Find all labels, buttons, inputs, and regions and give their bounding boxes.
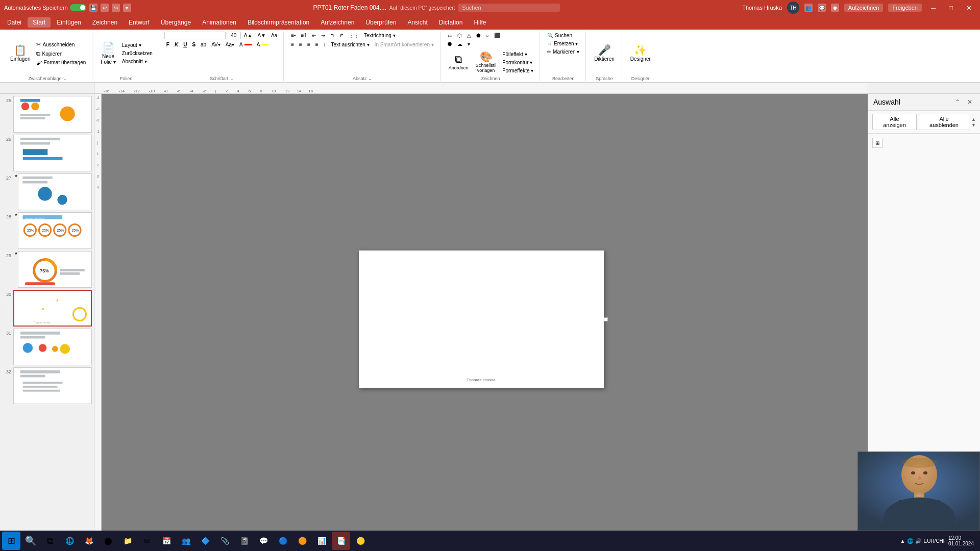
bullet-list-btn[interactable]: ≡• (289, 32, 298, 39)
undo-icon[interactable]: ↩ (101, 4, 109, 12)
panel-collapse-icon[interactable]: ⌃ (952, 97, 963, 107)
ausschneiden-btn[interactable]: ✂ Ausschneiden (34, 40, 88, 49)
menu-hilfe[interactable]: Hilfe (469, 17, 491, 28)
markieren-btn[interactable]: ✏ Markieren ▾ (545, 48, 581, 56)
slide-thumbnail-active[interactable]: Thomas Hruska (13, 290, 92, 327)
share-icon[interactable]: 👥 (804, 4, 813, 12)
anordnen-btn[interactable]: ⧉ Anordnen (446, 52, 472, 72)
shape-2[interactable]: ⬡ (455, 32, 464, 39)
task-view-btn[interactable]: ⧉ (41, 532, 59, 550)
app6-btn[interactable]: 🟡 (351, 532, 370, 550)
aufzeichnen-btn[interactable]: Aufzeichnen (844, 4, 884, 12)
fuelleffekt-btn[interactable]: Fülleffekt ▾ (500, 51, 535, 58)
line-spacing-btn[interactable]: ↕ (322, 41, 328, 48)
shape-1[interactable]: ▭ (446, 32, 454, 39)
more-shapes-btn[interactable]: ▾ (465, 40, 472, 48)
ltr-btn[interactable]: ↱ (337, 32, 346, 39)
firefox-btn[interactable]: 🦊 (80, 532, 98, 550)
app2-btn[interactable]: 📎 (215, 532, 234, 550)
smartart-btn[interactable]: In SmartArt konvertieren ▾ (373, 41, 436, 48)
menu-ueberpruefen[interactable]: Überprüfen (360, 17, 401, 28)
more-icon[interactable]: ▾ (123, 4, 131, 12)
search-input[interactable] (458, 4, 560, 12)
slide-thumbnail[interactable] (13, 367, 92, 404)
freigeben-btn[interactable]: Freigeben (888, 4, 922, 12)
rtl-btn[interactable]: ↰ (328, 32, 336, 39)
show-all-button[interactable]: Alle anzeigen (872, 114, 917, 130)
panel-close-icon[interactable]: ✕ (965, 97, 975, 107)
list-item[interactable]: 32 (2, 367, 92, 404)
underline-btn[interactable]: U (181, 41, 189, 48)
close-button[interactable]: ✕ (962, 3, 976, 13)
menu-uebergaenge[interactable]: Übergänge (156, 17, 196, 28)
calendar-btn[interactable]: 📅 (157, 532, 176, 550)
align-text-btn[interactable]: Text ausrichten ▾ (329, 41, 372, 48)
shape-8[interactable]: ☁ (455, 40, 464, 48)
slide-panel[interactable]: 25 26 (0, 94, 94, 545)
shape-7[interactable]: ⭓ (446, 40, 454, 48)
onenote-btn[interactable]: 📓 (235, 532, 253, 550)
layout-btn[interactable]: Layout ▾ (120, 41, 155, 49)
slide-thumbnail[interactable]: Keine Anzeige 25% 25% 25% 25% (18, 212, 92, 249)
list-item[interactable]: 28 ★ Keine Anzeige 25% 25% 25% 25% (2, 212, 92, 249)
slide-thumbnail[interactable] (13, 96, 92, 133)
zuruecksetzen-btn[interactable]: Zurücksetzen (120, 49, 155, 57)
mail-btn[interactable]: ✉ (138, 532, 156, 550)
restore-button[interactable]: □ (945, 3, 957, 13)
record-icon[interactable]: ⏺ (831, 4, 839, 12)
formkontur-btn[interactable]: Formkontur ▾ (500, 59, 535, 66)
menu-ansicht[interactable]: Ansicht (402, 17, 432, 28)
menu-einfuegen[interactable]: Einfügen (52, 17, 86, 28)
slide-canvas[interactable]: Thomas Hruska (359, 251, 604, 388)
schnellstile-btn[interactable]: 🎨 Schnellstilvorlagen (473, 49, 500, 75)
arrow-up-icon[interactable]: ▲ (971, 117, 976, 122)
increase-font-btn[interactable]: A▲ (242, 32, 255, 39)
app4-btn[interactable]: 🔵 (274, 532, 292, 550)
app1-btn[interactable]: 🔷 (196, 532, 214, 550)
columns-btn[interactable]: ⋮⋮ (347, 32, 361, 39)
shape-4[interactable]: ⬟ (474, 32, 483, 39)
list-item[interactable]: 30 Thomas Hruska (2, 290, 92, 327)
comment-icon[interactable]: 💬 (818, 4, 826, 12)
menu-datei[interactable]: Datei (2, 17, 27, 28)
shape-3[interactable]: △ (465, 32, 473, 39)
align-right-btn[interactable]: ≡ (305, 41, 312, 48)
font-name-input[interactable] (164, 32, 226, 39)
powerpoint-active-btn[interactable]: 📑 (332, 532, 350, 550)
decrease-font-btn[interactable]: A▼ (255, 32, 268, 39)
app3-btn[interactable]: 💬 (254, 532, 273, 550)
abschnitt-btn[interactable]: Abschnitt ▾ (120, 58, 155, 65)
italic-btn[interactable]: K (173, 41, 180, 48)
menu-zeichnen[interactable]: Zeichnen (87, 17, 122, 28)
hide-all-button[interactable]: Alle ausblenden (919, 114, 969, 130)
menu-dictation[interactable]: Dictation (434, 17, 468, 28)
highlight-btn[interactable]: A (255, 41, 271, 48)
strikethrough-btn[interactable]: S (190, 41, 198, 48)
menu-aufzeichnen[interactable]: Aufzeichnen (315, 17, 359, 28)
indent-left-btn[interactable]: ⇤ (310, 32, 318, 39)
autosave-switch[interactable] (70, 4, 86, 11)
diktieren-btn[interactable]: 🎤 Diktieren (591, 43, 617, 64)
align-left-btn[interactable]: ≡ (289, 41, 296, 48)
shadow-btn[interactable]: ab (199, 41, 208, 48)
edge-btn[interactable]: 🌐 (60, 532, 79, 550)
clear-format-btn[interactable]: Aa (269, 32, 279, 39)
case-btn[interactable]: Aa▾ (224, 41, 236, 48)
chrome-btn[interactable]: ⬤ (99, 532, 117, 550)
shape-5[interactable]: ○ (484, 32, 491, 39)
arrow-down-icon[interactable]: ▼ (971, 122, 976, 128)
suchen-btn[interactable]: 🔍 Suchen (545, 32, 581, 39)
shape-6[interactable]: ⬛ (492, 32, 502, 39)
start-button[interactable]: ⊞ (2, 532, 20, 550)
einfuegen-btn[interactable]: 📋 Einfügen (7, 43, 33, 64)
menu-praesentation[interactable]: Bildschirmpräsentation (242, 17, 314, 28)
slide-thumbnail[interactable] (13, 135, 92, 171)
teams-btn[interactable]: 👥 (177, 532, 195, 550)
list-item[interactable]: 27 ★ (2, 173, 92, 210)
resize-handle[interactable] (604, 317, 608, 321)
spacing-btn[interactable]: AV▾ (209, 41, 223, 48)
list-item[interactable]: 29 ★ 75% (2, 251, 92, 288)
font-color-btn[interactable]: A (237, 41, 254, 48)
font-size-input[interactable] (227, 32, 241, 39)
list-item[interactable]: 31 (2, 329, 92, 365)
